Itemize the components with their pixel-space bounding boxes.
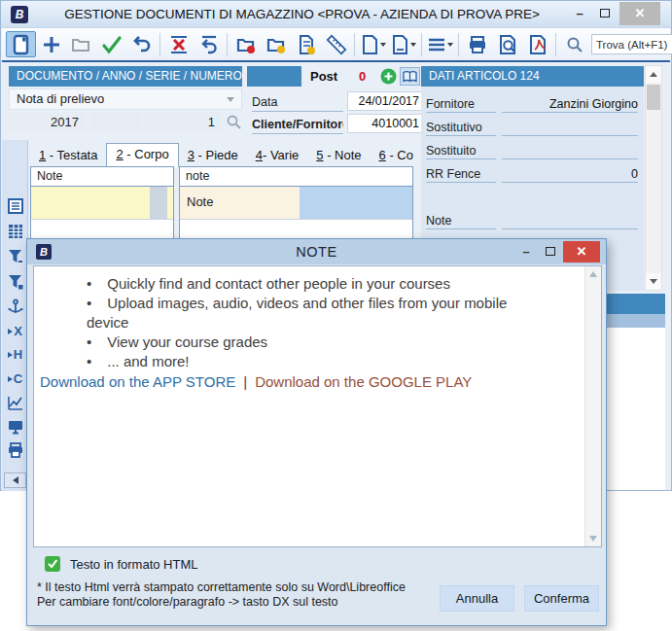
left-grid-header[interactable]: Note [31, 167, 173, 187]
arrow-up-icon[interactable] [589, 271, 597, 277]
note-text-area[interactable]: •Quickly find and contact other people i… [33, 265, 602, 547]
article-panel-header: DATI ARTICOLO 124 [421, 66, 644, 87]
tab-bar: 1 - Testata 2 - Corpo 3 - Piede 4- Varie… [30, 143, 447, 166]
play-right-icon [8, 329, 13, 334]
jump-x-button[interactable]: X [6, 322, 24, 340]
tab-corpo[interactable]: 2 - Corpo [106, 143, 178, 167]
scroll-up-button[interactable] [646, 66, 661, 83]
find-icon-button[interactable] [559, 31, 589, 57]
post-count: 0 [359, 66, 366, 87]
note-scrollbar[interactable] [584, 266, 601, 546]
pdf-export-button[interactable] [522, 31, 552, 57]
import-red-button[interactable] [230, 31, 261, 57]
date-field[interactable]: 24/01/2017 [347, 91, 422, 111]
number-field[interactable]: 1 [145, 112, 223, 132]
fornitore-value[interactable]: Zanzini Giorgino [502, 96, 638, 113]
sostituito-label: Sostituito [426, 143, 496, 159]
tab-note[interactable]: 5 - Note [307, 145, 370, 166]
left-grid-row-selected[interactable] [31, 187, 173, 220]
html-format-checkbox[interactable] [45, 556, 60, 572]
print-row-button[interactable] [6, 440, 24, 459]
right-grid-selection-cell[interactable] [300, 187, 412, 219]
restore-button[interactable] [194, 31, 224, 57]
arrow-up-icon [650, 72, 657, 77]
sostitutivo-label: Sostitutivo [426, 120, 496, 136]
scroll-down-button[interactable] [646, 273, 661, 290]
grid-view-button[interactable] [6, 222, 24, 240]
year-field[interactable]: 2017 [9, 112, 87, 132]
dialog-close-button[interactable]: ✕ [563, 241, 600, 263]
dialog-minimize-button[interactable]: – [516, 241, 536, 263]
printer-icon [467, 34, 488, 55]
sostituito-value[interactable] [502, 143, 638, 159]
serie-field[interactable] [90, 112, 141, 132]
client-supplier-label: Cliente/Fornitore [252, 116, 343, 134]
print-preview-button[interactable] [492, 31, 522, 57]
google-play-link[interactable]: Download on the GOOGLE PLAY [255, 373, 472, 390]
dialog-maximize-button[interactable] [541, 241, 560, 263]
rr-fence-value[interactable]: 0 [502, 166, 638, 183]
filter-advanced-button[interactable] [6, 272, 24, 291]
right-grid-note-cell[interactable]: Note [180, 187, 300, 219]
document-menu-2-button[interactable] [388, 31, 418, 57]
maximize-icon [600, 9, 610, 18]
import-yellow-button[interactable] [261, 31, 291, 57]
note-value[interactable] [502, 213, 638, 229]
minimize-button[interactable]: – [569, 4, 590, 23]
list-menu-button[interactable] [425, 31, 455, 57]
measure-button[interactable] [321, 31, 351, 57]
new-record-button[interactable] [36, 31, 66, 57]
sostitutivo-value[interactable] [502, 120, 638, 136]
jump-h-button[interactable]: H [6, 345, 24, 364]
form-view-button[interactable] [6, 31, 36, 57]
post-label: Post [310, 66, 337, 87]
filter-button[interactable] [6, 247, 24, 265]
document-icon [360, 34, 379, 55]
scrollbar-thumb[interactable] [647, 85, 660, 110]
document-menu-1-button[interactable] [358, 31, 388, 57]
close-button[interactable]: ✕ [619, 2, 660, 25]
article-scrollbar[interactable] [645, 65, 662, 291]
bullet-glyph: • [87, 295, 91, 311]
right-grid-header[interactable]: note [180, 167, 412, 187]
confirm-button[interactable]: Conferma [524, 585, 599, 612]
tab-varie[interactable]: 4- Varie [247, 145, 308, 166]
monitor-button[interactable] [6, 417, 24, 436]
filter-star-icon [7, 273, 24, 291]
document-yellow-button[interactable] [291, 31, 321, 57]
client-supplier-field[interactable]: 4010001 [347, 114, 422, 133]
chart-button[interactable] [6, 393, 24, 411]
document-type-select[interactable]: Nota di prelievo [9, 88, 242, 110]
app-store-link[interactable]: Download on the APP STORE [40, 373, 235, 390]
maximize-button[interactable] [594, 4, 616, 23]
undo-button[interactable] [126, 31, 157, 57]
cancel-button[interactable]: Annulla [440, 585, 514, 612]
open-register-button[interactable] [400, 67, 420, 86]
confirm-button[interactable] [96, 31, 126, 57]
ruler-icon [326, 34, 347, 55]
jump-c-button[interactable]: C [6, 369, 24, 388]
arrow-down-icon[interactable] [589, 536, 597, 542]
print-button[interactable] [462, 31, 492, 57]
number-lookup-button[interactable] [226, 114, 242, 130]
collapse-panel-button[interactable] [4, 473, 26, 488]
arrow-down-icon [650, 279, 657, 284]
pdf-icon [527, 34, 548, 55]
bullet-glyph: • [87, 275, 91, 292]
magnifier-icon [226, 114, 242, 130]
chevron-down-icon [447, 43, 453, 47]
right-grid-row-selected[interactable]: Note [180, 187, 412, 220]
date-label: Data [252, 93, 343, 112]
tab-co[interactable]: 6 - Co [371, 145, 422, 166]
anchor-button[interactable] [6, 298, 24, 316]
arrow-left-icon [13, 476, 18, 484]
add-post-button[interactable] [380, 68, 397, 85]
row-detail-button[interactable] [6, 196, 24, 215]
search-input[interactable] [591, 34, 672, 54]
play-right-icon [8, 352, 13, 358]
tab-testata[interactable]: 1 - Testata [30, 145, 106, 166]
folder-icon [71, 34, 92, 55]
open-folder-button[interactable] [66, 31, 96, 57]
tab-piede[interactable]: 3 - Piede [179, 145, 247, 166]
delete-button[interactable] [163, 31, 194, 57]
